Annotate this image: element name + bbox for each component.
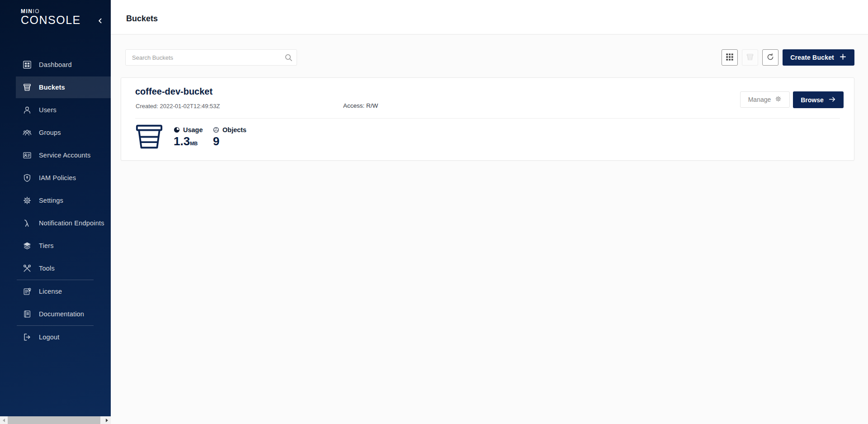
gear-icon: [775, 95, 782, 104]
sidebar-item-users[interactable]: Users: [0, 99, 111, 121]
sidebar-item-tools[interactable]: Tools: [0, 257, 111, 280]
usage-unit: MB: [190, 141, 198, 146]
sidebar: MINIO CONSOLE Dashboard Buckets Users Gr…: [0, 0, 111, 416]
grid-view-icon: [726, 53, 734, 62]
created-label: Created:: [136, 103, 158, 110]
bucket-name[interactable]: coffee-dev-bucket: [135, 86, 212, 97]
manage-button[interactable]: Manage: [740, 91, 790, 108]
horizontal-scrollbar[interactable]: [0, 416, 111, 424]
id-card-icon: [23, 151, 32, 160]
browse-label: Browse: [801, 96, 824, 104]
arrow-right-icon: [828, 95, 836, 105]
sidebar-item-label: IAM Policies: [39, 174, 76, 181]
scroll-left-arrow[interactable]: [0, 416, 8, 424]
search-input[interactable]: [125, 49, 297, 66]
sidebar-item-logout[interactable]: Logout: [0, 326, 111, 348]
page-title: Buckets: [126, 14, 158, 24]
left-arrow-icon: [3, 419, 5, 422]
create-bucket-label: Create Bucket: [790, 54, 834, 61]
refresh-icon: [766, 53, 774, 62]
sidebar-item-label: License: [39, 288, 62, 295]
scroll-right-arrow[interactable]: [103, 416, 111, 424]
sidebar-item-label: Logout: [39, 333, 60, 341]
page-header: Buckets: [111, 0, 868, 35]
sidebar-item-groups[interactable]: Groups: [0, 121, 111, 144]
sidebar-collapse-button[interactable]: [95, 16, 105, 26]
bucket-icon: [135, 124, 163, 149]
bucket-list-icon: [746, 53, 754, 62]
groups-icon: [23, 128, 32, 137]
book-icon: [23, 310, 32, 319]
user-icon: [23, 105, 32, 114]
sidebar-item-tiers[interactable]: Tiers: [0, 234, 111, 257]
bucket-created: Created: 2022-01-02T12:49:53Z: [136, 103, 220, 110]
dashboard-icon: [23, 60, 32, 69]
gear-icon: [23, 196, 32, 205]
bucket-card: coffee-dev-bucket Created: 2022-01-02T12…: [121, 77, 854, 161]
minio-logo: MINIO CONSOLE: [21, 9, 81, 26]
sidebar-menu: Dashboard Buckets Users Groups Service A…: [0, 53, 111, 348]
sidebar-item-buckets[interactable]: Buckets: [0, 76, 111, 99]
sidebar-item-label: Groups: [39, 129, 61, 136]
sidebar-item-dashboard[interactable]: Dashboard: [0, 53, 111, 76]
sidebar-item-label: Buckets: [39, 84, 65, 91]
sidebar-item-service-accounts[interactable]: Service Accounts: [0, 144, 111, 167]
search-wrap: [125, 49, 297, 66]
pie-icon: [174, 127, 180, 133]
main-content: Create Bucket coffee-dev-bucket Created:…: [111, 35, 868, 424]
shield-icon: [23, 173, 32, 182]
sidebar-item-notification-endpoints[interactable]: Notification Endpoints: [0, 212, 111, 234]
sidebar-item-label: Dashboard: [39, 61, 72, 68]
objects-metric: Objects 9: [213, 126, 246, 148]
created-value: 2022-01-02T12:49:53Z: [160, 103, 220, 110]
usage-metric: Usage 1.3MB: [174, 126, 203, 150]
usage-value: 1.3: [174, 134, 190, 148]
create-bucket-button[interactable]: Create Bucket: [783, 49, 854, 66]
logo-io: IO: [33, 8, 40, 14]
objects-icon: [213, 127, 219, 133]
access-label: Access:: [343, 102, 364, 109]
tools-icon: [23, 264, 32, 273]
scrollbar-thumb[interactable]: [8, 416, 100, 424]
bucket-access: Access: R/W: [343, 102, 378, 109]
sidebar-item-label: Notification Endpoints: [39, 219, 104, 227]
refresh-button[interactable]: [762, 49, 778, 66]
sidebar-item-label: Tools: [39, 265, 55, 272]
sidebar-item-settings[interactable]: Settings: [0, 189, 111, 212]
toolbar-actions: Create Bucket: [722, 49, 854, 66]
sidebar-item-license[interactable]: License: [0, 280, 111, 303]
list-view-button: [742, 49, 758, 66]
plus-icon: [839, 53, 847, 62]
sidebar-item-label: Documentation: [39, 310, 84, 318]
logo-console: CONSOLE: [21, 14, 81, 26]
sidebar-item-documentation[interactable]: Documentation: [0, 303, 111, 325]
sidebar-item-label: Settings: [39, 197, 63, 204]
layers-icon: [23, 241, 32, 250]
sidebar-item-iam-policies[interactable]: IAM Policies: [0, 167, 111, 189]
card-divider: [135, 118, 840, 119]
objects-value: 9: [213, 134, 219, 148]
license-icon: [23, 287, 32, 296]
access-value: R/W: [366, 102, 378, 109]
sidebar-item-label: Users: [39, 106, 57, 114]
objects-label: Objects: [222, 126, 246, 133]
sidebar-item-label: Tiers: [39, 242, 54, 249]
sidebar-item-label: Service Accounts: [39, 152, 90, 159]
manage-label: Manage: [748, 96, 771, 103]
right-arrow-icon: [106, 419, 108, 422]
logout-icon: [23, 333, 32, 342]
search-icon: [284, 53, 293, 62]
bucket-icon: [23, 83, 32, 92]
browse-button[interactable]: Browse: [793, 91, 844, 108]
lambda-icon: [23, 219, 32, 228]
grid-view-button[interactable]: [722, 49, 738, 66]
usage-label: Usage: [183, 126, 203, 133]
chevron-left-icon: [97, 17, 104, 26]
